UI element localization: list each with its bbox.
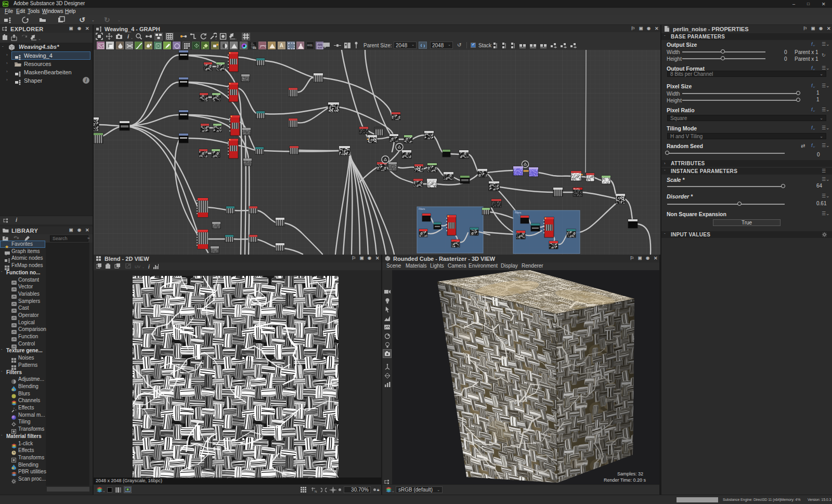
svg-text:N: N: [315, 490, 317, 493]
svg-text:⌄: ⌄: [118, 18, 121, 22]
svg-text:Filters: Filters: [419, 208, 425, 210]
svg-text:i: i: [148, 264, 150, 270]
svg-text:⌄: ⌄: [38, 37, 41, 41]
svg-text:⌄: ⌄: [131, 36, 133, 39]
svg-text:⌄: ⌄: [92, 18, 95, 22]
svg-text:Filters: Filters: [515, 211, 522, 214]
svg-text:01: 01: [253, 46, 256, 49]
svg-text:↻: ↻: [104, 16, 110, 24]
svg-text:↺: ↺: [79, 16, 85, 24]
svg-text:UV: UV: [135, 264, 141, 269]
svg-text:BlurHQ: BlurHQ: [574, 188, 580, 190]
svg-text:⌄: ⌄: [235, 37, 237, 40]
svg-text:⌄: ⌄: [142, 266, 145, 269]
svg-text:⌄: ⌄: [215, 37, 217, 40]
svg-text:i: i: [127, 33, 129, 39]
